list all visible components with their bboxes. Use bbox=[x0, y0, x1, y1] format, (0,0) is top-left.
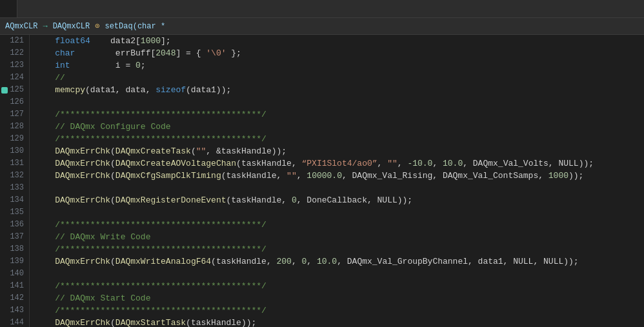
code-line-125: memcpy(data1, data, sizeof(data1)); bbox=[35, 84, 644, 96]
line-number-121: 121 bbox=[0, 35, 29, 47]
breadcrumb-namespace[interactable]: AQmxCLR bbox=[5, 22, 37, 31]
code-line-142: // DAQmx Start Code bbox=[35, 292, 644, 304]
line-number-127: 127 bbox=[0, 108, 29, 121]
line-number-128: 128 bbox=[0, 121, 29, 133]
code-line-121: float64 data2[1000]; bbox=[35, 35, 644, 47]
breadcrumb-method-icon: ⊙ bbox=[95, 21, 99, 31]
line-number-138: 138 bbox=[0, 243, 29, 255]
breadcrumb-namespace-label: AQmxCLR bbox=[5, 22, 37, 31]
breadcrumb-class[interactable]: → DAQmxCLR bbox=[43, 22, 90, 31]
line-number-123: 123 bbox=[0, 59, 29, 72]
code-line-130: DAQmxErrChk(DAQmxCreateTask("", &taskHan… bbox=[35, 145, 644, 157]
code-line-137: // DAQmx Write Code bbox=[35, 231, 644, 243]
code-line-123: int i = 0; bbox=[35, 59, 644, 72]
code-line-122: char errBuff[2048] = { '\0' }; bbox=[35, 47, 644, 59]
code-line-141: /***************************************… bbox=[35, 280, 644, 292]
code-line-128: // DAQmx Configure Code bbox=[35, 121, 644, 133]
code-line-134: DAQmxErrChk(DAQmxRegisterDoneEvent(taskH… bbox=[35, 194, 644, 206]
line-number-144: 144 bbox=[0, 317, 29, 327]
line-number-124: 124 bbox=[0, 72, 29, 84]
line-number-143: 143 bbox=[0, 304, 29, 317]
line-number-129: 129 bbox=[0, 133, 29, 145]
line-number-141: 141 bbox=[0, 280, 29, 292]
line-number-132: 132 bbox=[0, 170, 29, 182]
line-number-125: 125 bbox=[0, 84, 29, 96]
line-number-142: 142 bbox=[0, 292, 29, 304]
breadcrumb-method-label: setDaq(char * bbox=[105, 22, 165, 31]
code-line-124: // bbox=[35, 72, 644, 84]
code-line-129: /***************************************… bbox=[35, 133, 644, 145]
line-number-137: 137 bbox=[0, 231, 29, 243]
line-number-122: 122 bbox=[0, 47, 29, 59]
code-line-138: /***************************************… bbox=[35, 243, 644, 255]
line-number-130: 130 bbox=[0, 145, 29, 157]
code-line-144: DAQmxErrChk(DAQmxStartTask(taskHandle)); bbox=[35, 317, 644, 327]
line-number-139: 139 bbox=[0, 255, 29, 268]
line-number-126: 126 bbox=[0, 96, 29, 108]
code-line-132: DAQmxErrChk(DAQmxCfgSampClkTiming(taskHa… bbox=[35, 170, 644, 182]
code-area: 1211221231241251261271281291301311321331… bbox=[0, 35, 644, 327]
code-line-135 bbox=[35, 206, 644, 219]
breadcrumb-method[interactable]: ⊙ setDaq(char * bbox=[95, 21, 165, 31]
code-line-131: DAQmxErrChk(DAQmxCreateAOVoltageChan(tas… bbox=[35, 157, 644, 170]
breadcrumb-bar: AQmxCLR → DAQmxCLR ⊙ setDaq(char * bbox=[0, 18, 644, 35]
code-line-133 bbox=[35, 182, 644, 194]
line-number-140: 140 bbox=[0, 268, 29, 280]
code-content[interactable]: float64 data2[1000]; char errBuff[2048] … bbox=[30, 35, 644, 327]
code-line-140 bbox=[35, 268, 644, 280]
code-line-127: /***************************************… bbox=[35, 108, 644, 121]
breadcrumb-class-label: DAQmxCLR bbox=[53, 22, 90, 31]
line-number-135: 135 bbox=[0, 206, 29, 219]
code-line-139: DAQmxErrChk(DAQmxWriteAnalogF64(taskHand… bbox=[35, 255, 644, 268]
code-line-136: /***************************************… bbox=[35, 219, 644, 231]
line-number-136: 136 bbox=[0, 219, 29, 231]
code-line-126 bbox=[35, 96, 644, 108]
line-numbers: 1211221231241251261271281291301311321331… bbox=[0, 35, 30, 327]
file-tab[interactable] bbox=[0, 0, 17, 17]
line-number-131: 131 bbox=[0, 157, 29, 170]
code-line-143: /***************************************… bbox=[35, 304, 644, 317]
line-number-134: 134 bbox=[0, 194, 29, 206]
breadcrumb-arrow-icon: → bbox=[43, 22, 47, 31]
line-number-133: 133 bbox=[0, 182, 29, 194]
tab-bar bbox=[0, 0, 644, 18]
